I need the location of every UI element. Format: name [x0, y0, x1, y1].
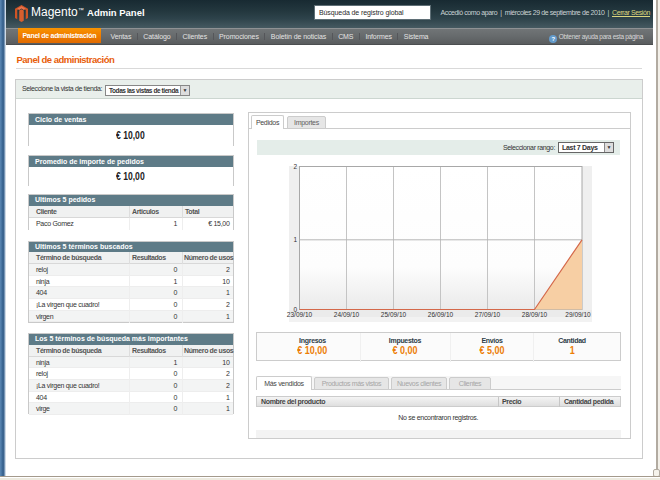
- svg-text:25/09/10: 25/09/10: [380, 311, 406, 318]
- svg-text:24/09/10: 24/09/10: [333, 311, 359, 318]
- svg-text:1: 1: [293, 236, 297, 243]
- svg-text:23/09/10: 23/09/10: [286, 311, 312, 318]
- svg-text:27/09/10: 27/09/10: [474, 311, 500, 318]
- svg-text:26/09/10: 26/09/10: [427, 311, 453, 318]
- svg-text:28/09/10: 28/09/10: [521, 311, 547, 318]
- svg-text:29/09/10: 29/09/10: [565, 311, 591, 318]
- svg-text:2: 2: [293, 163, 297, 170]
